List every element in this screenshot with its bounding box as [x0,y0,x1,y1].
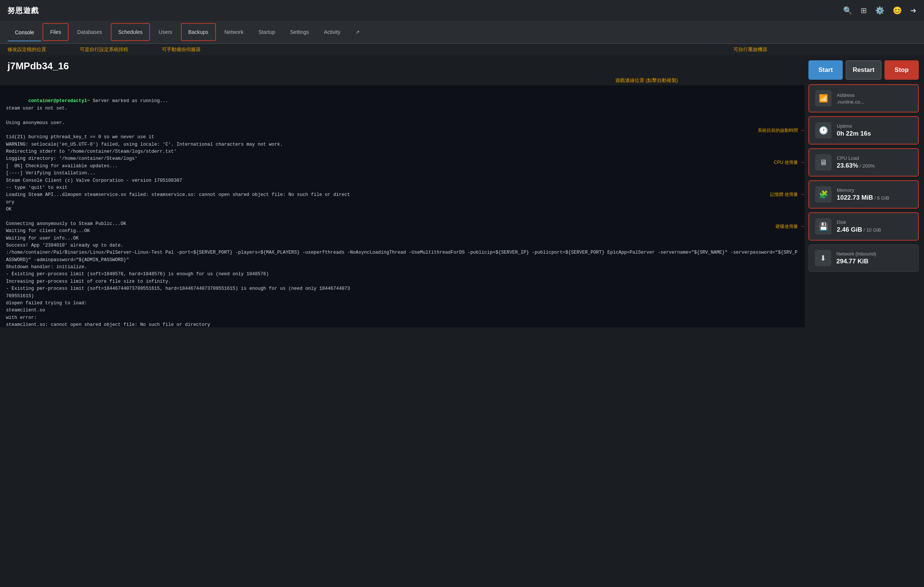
annotation-files: 修改設定檔的位置 [7,46,58,53]
tab-network[interactable]: Network [217,23,251,41]
tab-console[interactable]: Console [7,23,41,41]
annotation-cpu: CPU 使用量 → [774,159,805,166]
layers-icon[interactable]: ⊞ [861,6,867,15]
tabs-row: Console Files Databases Schedules Users … [0,21,924,44]
memory-card: 🧩 Memory 1022.73 MiB / 6 GiB [808,180,919,209]
annotation-backups: 可手動備份伺服器 [139,46,212,53]
action-buttons: Start Restart Stop [808,60,919,80]
console-wrapper: container@pterodactyl~ Server marked as … [0,85,805,327]
left-panel: j7MPdb34_16 遊戲連線位置 (點擊自動複製) container@pt… [0,55,805,327]
annotation-address: 遊戲連線位置 (點擊自動複製) [0,77,805,85]
cpu-label: CPU Load [837,155,912,161]
disk-icon: 💾 [815,218,832,235]
disk-card: 💾 Disk 2.46 GiB / 10 GiB [808,212,919,241]
stop-button[interactable]: Stop [884,60,919,80]
address-info: Address .nunline.co... [837,92,912,105]
tab-schedules[interactable]: Schedules [111,23,150,41]
search-icon[interactable]: 🔍 [843,6,852,15]
disk-value: 2.46 GiB / 10 GiB [837,226,912,233]
memory-value: 1022.73 MiB / 6 GiB [837,194,912,202]
tab-activity[interactable]: Activity [317,23,348,41]
memory-info: Memory 1022.73 MiB / 6 GiB [837,187,912,202]
tab-databases[interactable]: Databases [70,23,110,41]
disk-label: Disk [837,219,912,225]
annotation-uptime: 系統目前的啟動時間 → [758,127,805,134]
uptime-card: 🕐 Uptime 0h 22m 16s [808,116,919,145]
annotation-disk: 硬碟使用量 → [776,223,805,230]
console-output[interactable]: container@pterodactyl~ Server marked as … [0,85,805,327]
tab-external[interactable]: ↗ [348,23,367,41]
cpu-value: 23.63% / 200% [837,162,912,169]
annotation-memory: 記憶體 使用量 → [770,191,805,198]
console-text: Server marked as running... steam user i… [6,98,798,327]
uptime-info: Uptime 0h 22m 16s [837,123,912,137]
cpu-card: 🖥 CPU Load 23.63% / 200% [808,148,919,176]
server-title-bar: j7MPdb34_16 [0,55,805,77]
main-layout: j7MPdb34_16 遊戲連線位置 (點擊自動複製) container@pt… [0,55,924,327]
tab-startup[interactable]: Startup [251,23,283,41]
top-navbar: 努恩遊戲 🔍 ⊞ ⚙️ 😊 ➜ [0,0,924,21]
tab-backups[interactable]: Backups [181,23,216,41]
address-value: .nunline.co... [837,99,912,105]
nav-icons: 🔍 ⊞ ⚙️ 😊 ➜ [843,6,917,15]
annotation-schedules: 可是自行設定系統排程 [58,46,139,53]
console-prompt: container@pterodactyl~ [28,98,90,104]
wifi-icon: 📶 [815,90,832,107]
memory-label: Memory [837,187,912,193]
clock-icon: 🕐 [815,122,832,138]
network-info: Network (Inbound) 294.77 KiB [837,251,912,265]
uptime-label: Uptime [837,123,912,129]
restart-button[interactable]: Restart [846,60,881,80]
tab-settings[interactable]: Settings [283,23,317,41]
uptime-value: 0h 22m 16s [837,130,912,137]
network-card: ⬇ Network (Inbound) 294.77 KiB [808,244,919,272]
network-label: Network (Inbound) [837,251,912,257]
address-label: Address [837,92,912,98]
emoji-icon[interactable]: 😊 [893,6,902,15]
disk-info: Disk 2.46 GiB / 10 GiB [837,219,912,233]
network-value: 294.77 KiB [837,258,912,265]
annotation-row: 修改設定檔的位置 可是自行設定系統排程 可手動備份伺服器 可自行重啟機器 [0,44,924,55]
app-logo: 努恩遊戲 [7,6,39,16]
network-icon: ⬇ [815,250,831,266]
cpu-info: CPU Load 23.63% / 200% [837,155,912,169]
address-card[interactable]: 📶 Address .nunline.co... [808,84,919,112]
memory-icon: 🧩 [815,186,832,202]
annotation-restart: 可自行重啟機器 [733,46,767,53]
right-panel: Start Restart Stop 📶 Address .nunline.co… [805,55,924,327]
tab-files[interactable]: Files [43,23,69,41]
logout-icon[interactable]: ➜ [910,6,917,15]
cpu-icon: 🖥 [815,154,832,171]
server-title: j7MPdb34_16 [7,60,69,72]
start-button[interactable]: Start [808,60,843,80]
settings-icon[interactable]: ⚙️ [875,6,884,15]
tab-users[interactable]: Users [151,23,180,41]
